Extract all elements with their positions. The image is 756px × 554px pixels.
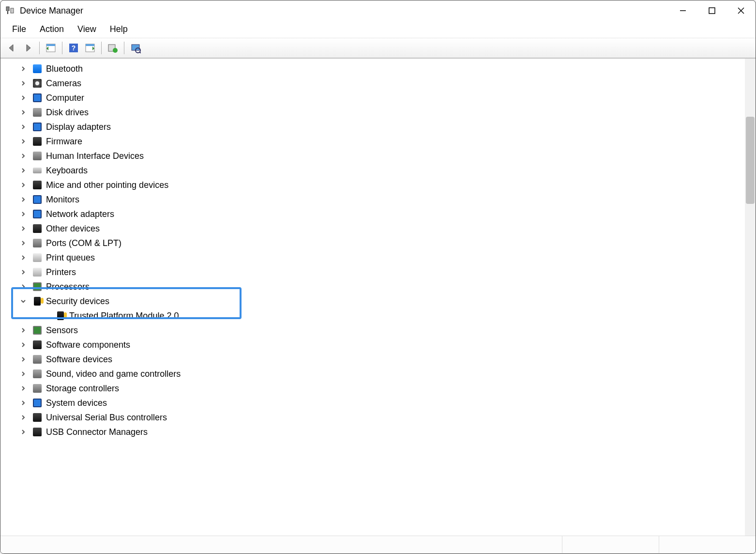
chevron-right-icon[interactable]: [18, 165, 29, 176]
chevron-right-icon[interactable]: [18, 412, 29, 423]
category-icon: [31, 295, 43, 307]
category-icon: [31, 121, 43, 133]
category-icon: [31, 92, 43, 104]
tree-item-label: Sound, video and game controllers: [46, 369, 181, 379]
tree-item[interactable]: Computer: [7, 91, 756, 105]
tree-item-label: Security devices: [46, 296, 109, 307]
tree-item[interactable]: Disk drives: [7, 105, 756, 120]
chevron-right-icon[interactable]: [18, 238, 29, 248]
menu-help[interactable]: Help: [103, 22, 135, 36]
tree-item[interactable]: Cameras: [7, 76, 756, 91]
chevron-right-icon[interactable]: [18, 281, 29, 292]
chevron-right-icon[interactable]: [18, 78, 29, 89]
category-icon: [31, 383, 43, 394]
tree-item-label: Printers: [46, 267, 76, 277]
nav-back-button[interactable]: [4, 41, 19, 55]
status-cell: [562, 536, 659, 553]
help-button[interactable]: ?: [66, 41, 81, 55]
tree-item-label: Bluetooth: [46, 64, 83, 74]
tree-item[interactable]: Printers: [7, 265, 756, 279]
chevron-right-icon[interactable]: [18, 180, 29, 190]
tree-item[interactable]: Sensors: [7, 323, 756, 338]
show-hide-tree-button[interactable]: [44, 41, 58, 55]
chevron-right-icon[interactable]: [18, 369, 29, 379]
tree-item[interactable]: Bluetooth: [7, 62, 756, 76]
category-icon: [31, 354, 43, 365]
tree-item-label: Monitors: [46, 195, 79, 205]
svg-rect-2: [11, 8, 14, 13]
tree-item[interactable]: Keyboards: [7, 163, 756, 178]
vertical-scrollbar[interactable]: [745, 59, 756, 536]
status-cell: [659, 536, 756, 553]
svg-point-16: [113, 48, 118, 53]
menu-file[interactable]: File: [5, 22, 33, 36]
chevron-right-icon[interactable]: [18, 194, 29, 205]
chevron-right-icon[interactable]: [18, 354, 29, 365]
tree-item[interactable]: System devices: [7, 396, 756, 410]
chevron-right-icon[interactable]: [18, 339, 29, 350]
tree-item[interactable]: Processors: [7, 279, 756, 294]
tree-item[interactable]: Network adapters: [7, 207, 756, 221]
tree-item-label: Storage controllers: [46, 384, 119, 394]
tree-item[interactable]: Storage controllers: [7, 381, 756, 396]
tree-item[interactable]: Display adapters: [7, 120, 756, 134]
tree-item[interactable]: Ports (COM & LPT): [7, 236, 756, 250]
tree-item-label: Software components: [46, 340, 130, 350]
chevron-right-icon[interactable]: [18, 136, 29, 147]
chevron-right-icon[interactable]: [18, 92, 29, 103]
tree-item[interactable]: Universal Serial Bus controllers: [7, 410, 756, 425]
chevron-right-icon[interactable]: [18, 252, 29, 263]
category-icon: [31, 165, 43, 176]
tree-item[interactable]: Print queues: [7, 250, 756, 265]
update-driver-button[interactable]: [106, 41, 120, 55]
category-icon: [31, 368, 43, 380]
menu-view[interactable]: View: [71, 22, 103, 36]
tree-item[interactable]: Human Interface Devices: [7, 149, 756, 163]
tree-item[interactable]: USB Connector Managers: [7, 425, 756, 439]
chevron-right-icon[interactable]: [18, 209, 29, 219]
chevron-down-icon[interactable]: [18, 296, 29, 307]
minimize-button[interactable]: [668, 0, 697, 21]
chevron-right-icon[interactable]: [18, 325, 29, 336]
toolbar-separator: [124, 42, 124, 54]
toolbar-separator: [101, 42, 102, 54]
tree-item[interactable]: Software components: [7, 338, 756, 352]
tree-item[interactable]: Software devices: [7, 352, 756, 367]
scan-hardware-button[interactable]: [128, 41, 143, 55]
chevron-right-icon[interactable]: [18, 427, 29, 437]
svg-rect-8: [46, 44, 55, 46]
category-icon: [31, 150, 43, 162]
chevron-right-icon[interactable]: [18, 63, 29, 74]
svg-rect-1: [7, 11, 8, 14]
chevron-right-icon[interactable]: [18, 151, 29, 161]
chevron-right-icon[interactable]: [18, 398, 29, 408]
chevron-right-icon[interactable]: [18, 383, 29, 394]
device-tree[interactable]: BluetoothCamerasComputerDisk drivesDispl…: [0, 59, 756, 536]
window-title: Device Manager: [20, 6, 668, 16]
tree-item[interactable]: Monitors: [7, 192, 756, 207]
tree-item[interactable]: Other devices: [7, 221, 756, 236]
tree-child-item[interactable]: Trusted Platform Module 2.0: [7, 308, 756, 323]
action-button[interactable]: [83, 41, 97, 55]
category-icon: [31, 223, 43, 234]
category-icon: [31, 63, 43, 75]
chevron-right-icon[interactable]: [18, 223, 29, 234]
menu-action[interactable]: Action: [33, 22, 71, 36]
chevron-right-icon[interactable]: [18, 267, 29, 277]
close-button[interactable]: [726, 0, 756, 21]
maximize-button[interactable]: [697, 0, 726, 21]
svg-text:?: ?: [72, 44, 76, 52]
tree-item[interactable]: Security devices: [7, 294, 756, 308]
tree-item-label: Universal Serial Bus controllers: [46, 413, 167, 423]
scrollbar-thumb[interactable]: [746, 117, 755, 204]
chevron-right-icon[interactable]: [18, 107, 29, 118]
tree-item[interactable]: Mice and other pointing devices: [7, 178, 756, 192]
nav-forward-button[interactable]: [21, 41, 35, 55]
category-icon: [31, 426, 43, 438]
tree-item-label: Network adapters: [46, 209, 114, 219]
tree-child-label: Trusted Platform Module 2.0: [69, 311, 179, 321]
device-manager-window: Device Manager File Action View Help ? B…: [0, 0, 756, 554]
tree-item[interactable]: Sound, video and game controllers: [7, 367, 756, 381]
chevron-right-icon[interactable]: [18, 122, 29, 132]
tree-item[interactable]: Firmware: [7, 134, 756, 149]
